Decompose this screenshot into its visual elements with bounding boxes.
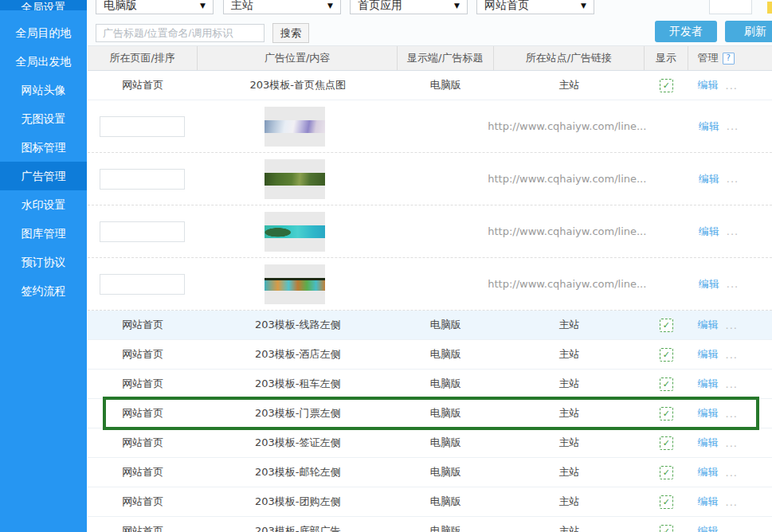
col-header-page-sort: 所在页面/排序: [88, 46, 198, 70]
table-body: 网站首页 203模板-首页焦点图 电脑版 主站 ✓ 编辑 ... http://…: [88, 71, 772, 532]
sidebar-item-global-settings[interactable]: 全局设置: [0, 0, 87, 10]
more-actions[interactable]: ...: [726, 378, 738, 390]
manage-cell: 编辑 ...: [688, 78, 772, 92]
display-cell: 电脑版: [398, 318, 494, 332]
display-checkbox[interactable]: ✓: [660, 525, 673, 532]
link-cell: http://www.cqhaiyw.com/line...: [488, 173, 646, 185]
edit-link[interactable]: 编辑: [698, 347, 719, 362]
edit-link[interactable]: 编辑: [698, 78, 719, 92]
col-header-site-link: 所在站点/广告链接: [494, 46, 645, 70]
sidebar-item[interactable]: 水印设置: [0, 190, 87, 219]
table-row: 网站首页 203模板-酒店左侧 电脑版 主站 ✓ 编辑 ...: [88, 340, 772, 370]
edit-link[interactable]: 编辑: [698, 318, 719, 332]
display-checkbox[interactable]: ✓: [660, 495, 673, 509]
more-actions[interactable]: ...: [726, 349, 738, 361]
ad-link-text: http://www.cqhaiyw.com/line...: [488, 173, 646, 185]
edit-link[interactable]: 编辑: [698, 495, 719, 509]
check-icon: ✓: [663, 527, 670, 532]
col-header-manage: 管理 ?: [688, 46, 772, 70]
sort-input[interactable]: [100, 169, 185, 190]
filter-toolbar: 电脑版▼主站▼首页应用▼网站首页▼ 搜索 开发者 刷新: [87, 0, 772, 45]
site-cell: 主站: [494, 377, 645, 391]
sort-input[interactable]: [100, 221, 185, 242]
sidebar-item[interactable]: 图标管理: [0, 133, 87, 162]
sidebar-item[interactable]: 无图设置: [0, 104, 87, 133]
display-checkbox[interactable]: ✓: [660, 377, 673, 391]
chevron-down-icon: ▼: [454, 1, 460, 11]
more-actions[interactable]: ...: [726, 408, 738, 420]
sort-cell: [88, 221, 196, 242]
edit-link[interactable]: 编辑: [699, 172, 719, 186]
table-row: 网站首页 203模板-门票左侧 电脑版 主站 ✓ 编辑 ...: [88, 399, 772, 428]
edit-link[interactable]: 编辑: [698, 377, 719, 391]
more-actions[interactable]: ...: [727, 278, 739, 290]
page-cell: 网站首页: [88, 495, 198, 509]
sidebar-item[interactable]: 预订协议: [0, 248, 87, 276]
more-actions[interactable]: ...: [727, 225, 739, 237]
more-actions[interactable]: ...: [727, 120, 739, 132]
sidebar-item[interactable]: 图库管理: [0, 219, 87, 248]
site-cell: 主站: [494, 465, 645, 479]
display-checkbox[interactable]: ✓: [660, 79, 673, 92]
edit-link[interactable]: 编辑: [698, 436, 719, 450]
table-row: 网站首页 203模板-首页焦点图 电脑版 主站 ✓ 编辑 ...: [88, 71, 772, 100]
check-icon: ✓: [663, 498, 670, 507]
clipped-input-stub: [709, 0, 752, 14]
help-icon[interactable]: ?: [723, 53, 735, 65]
sort-input[interactable]: [100, 116, 185, 137]
sort-input[interactable]: [100, 274, 185, 295]
position-cell: 203模板-线路左侧: [198, 318, 398, 332]
edit-link[interactable]: 编辑: [699, 277, 719, 291]
table-row: 网站首页 203模板-底部广告 电脑版 主站 ✓ 编辑 ...: [88, 517, 772, 532]
filter-dropdown[interactable]: 网站首页▼: [476, 0, 594, 14]
filter-dropdown[interactable]: 首页应用▼: [350, 0, 468, 14]
sidebar: 全局设置 全局目的地全局出发地网站头像无图设置图标管理广告管理水印设置图库管理预…: [0, 0, 87, 532]
search-input[interactable]: [96, 24, 265, 42]
ad-thumbnail: [265, 212, 325, 252]
more-actions[interactable]: ...: [726, 80, 738, 92]
show-cell: ✓: [645, 319, 688, 332]
display-checkbox[interactable]: ✓: [660, 348, 673, 362]
refresh-button[interactable]: 刷新: [725, 21, 772, 42]
filter-dropdown[interactable]: 主站▼: [223, 0, 341, 14]
banner-snow-mountain-thumbnail-image: [265, 120, 325, 133]
sidebar-item[interactable]: 全局目的地: [0, 18, 87, 47]
site-cell: 主站: [494, 524, 645, 532]
sort-cell: [88, 274, 196, 295]
manage-cell: 编辑 ...: [689, 172, 772, 186]
more-actions[interactable]: ...: [727, 173, 739, 185]
sidebar-item[interactable]: 广告管理: [0, 162, 87, 190]
page-cell: 网站首页: [88, 436, 198, 450]
edit-link[interactable]: 编辑: [699, 119, 719, 134]
more-actions[interactable]: ...: [726, 319, 738, 331]
site-cell: 主站: [494, 318, 645, 332]
more-actions[interactable]: ...: [726, 496, 738, 508]
edit-link[interactable]: 编辑: [698, 465, 719, 479]
chevron-down-icon: ▼: [327, 1, 333, 11]
edit-link[interactable]: 编辑: [698, 524, 719, 532]
more-actions[interactable]: ...: [726, 437, 738, 449]
developer-button[interactable]: 开发者: [655, 21, 717, 42]
banner-colorful-lake-thumbnail-image: [265, 278, 325, 291]
filter-dropdown[interactable]: 电脑版▼: [96, 0, 214, 14]
sidebar-item[interactable]: 签约流程: [0, 276, 87, 305]
sort-cell: [88, 169, 196, 190]
banner-green-field-thumbnail-image: [265, 173, 325, 186]
display-cell: 电脑版: [398, 524, 494, 532]
dropdown-selected-value: 网站首页: [484, 0, 529, 11]
display-checkbox[interactable]: ✓: [660, 407, 673, 421]
edit-link[interactable]: 编辑: [699, 225, 719, 239]
site-cell: 主站: [494, 78, 645, 92]
check-icon: ✓: [663, 350, 670, 359]
show-cell: ✓: [645, 377, 688, 391]
more-actions[interactable]: ...: [726, 526, 738, 532]
search-button[interactable]: 搜索: [272, 23, 309, 43]
display-checkbox[interactable]: ✓: [660, 436, 673, 450]
site-cell: 主站: [494, 347, 645, 362]
edit-link[interactable]: 编辑: [698, 406, 719, 421]
sidebar-item[interactable]: 全局出发地: [0, 47, 87, 76]
sidebar-item[interactable]: 网站头像: [0, 76, 87, 104]
display-checkbox[interactable]: ✓: [660, 466, 673, 479]
display-checkbox[interactable]: ✓: [660, 319, 673, 332]
more-actions[interactable]: ...: [726, 467, 738, 479]
